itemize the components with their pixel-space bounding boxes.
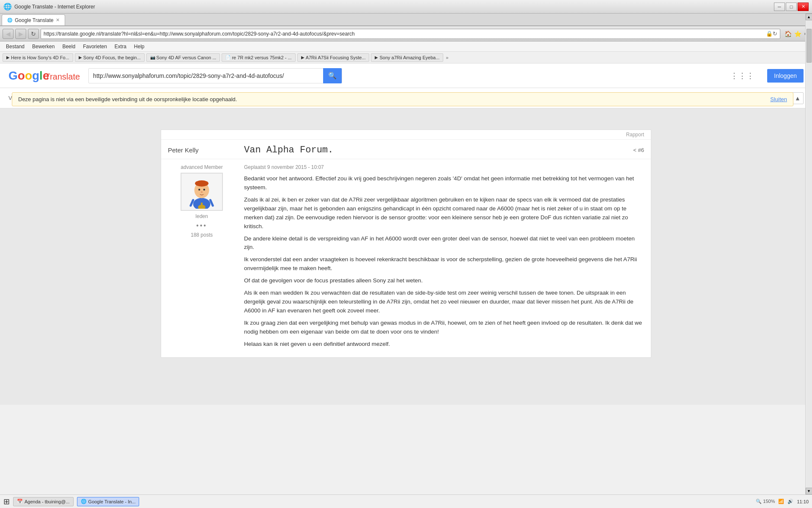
post-count: 188 posts: [191, 232, 213, 238]
bookmark-2[interactable]: 📷 Sony 4D AF versus Canon ...: [146, 53, 220, 62]
rapport-top: Rapport: [161, 130, 651, 140]
taskbar-agenda-label: Agenda - tbuining@...: [25, 499, 70, 504]
paragraph-7: Helaas kan ik niet geven u een definitie…: [244, 340, 644, 349]
taskbar-google-translate[interactable]: 🌐 Google Translate - In...: [77, 497, 140, 506]
bookmark-icon-4: ▶: [301, 55, 304, 60]
menu-help[interactable]: Help: [131, 43, 148, 50]
home-icon[interactable]: 🏠: [785, 30, 792, 37]
tab-close-button[interactable]: ✕: [56, 17, 60, 23]
menu-bestand[interactable]: Bestand: [3, 43, 28, 50]
taskbar-translate-label: Google Translate - In...: [88, 499, 136, 504]
google-logo-wrap[interactable]: Google Translate: [8, 69, 80, 83]
bookmarks-bar: ▶ Here is How Sony's 4D Fo... ▶ Sony 4D …: [0, 52, 812, 64]
rapport-label-top[interactable]: Rapport: [626, 132, 644, 138]
favorites-icon[interactable]: ⭐: [794, 30, 801, 37]
window-titlebar: 🌐 Google Translate - Internet Explorer ─…: [0, 0, 812, 14]
logo-g: G: [8, 69, 18, 82]
menu-extra[interactable]: Extra: [111, 43, 130, 50]
bookmark-icon-2: 📷: [150, 55, 155, 60]
address-bar: ◀ ▶ ↻ 🔒 ↻ 🏠 ⭐ ⚙: [0, 26, 812, 41]
post-sidebar: advanced Member: [168, 164, 236, 352]
post-container: Rapport Peter Kelly Van Alpha Forum. < #…: [161, 130, 651, 358]
volume-icon: 🔊: [787, 499, 793, 504]
status-left: ⊞ 📅 Agenda - tbuining@... 🌐 Google Trans…: [3, 497, 139, 506]
address-input[interactable]: [44, 31, 766, 37]
back-button[interactable]: ◀: [3, 29, 14, 39]
notification-bar: Deze pagina is niet via een beveiligde v…: [12, 92, 793, 106]
bookmark-label-4: A7Rii A7Sii Focusing Syste...: [306, 55, 366, 60]
paragraph-5: Als ik een man wedden Ik zou verwachten …: [244, 289, 644, 315]
notification-text: Deze pagina is niet via een beveiligde v…: [18, 96, 237, 102]
post-body: advanced Member: [161, 159, 651, 357]
start-button[interactable]: ⊞: [3, 497, 10, 506]
notification-close-button[interactable]: Sluiten: [770, 96, 787, 102]
paragraph-1: Zoals ik al zei, ik ben er zeker van dat…: [244, 196, 644, 231]
refresh-button[interactable]: ↻: [28, 29, 39, 39]
bookmark-3[interactable]: 📄 re 7R mk2 versus 75mk2 - ...: [222, 53, 295, 62]
svg-line-6: [191, 200, 193, 206]
post-meta: Geplaatst 9 november 2015 - 10:07: [244, 164, 644, 170]
post-author-name: Peter Kelly: [168, 146, 236, 154]
scroll-up-button[interactable]: ▲: [806, 14, 812, 20]
svg-line-7: [210, 200, 213, 206]
time-display: 11:10: [797, 499, 809, 504]
scroll-thumb[interactable]: [807, 29, 812, 63]
search-box-wrap: 🔍: [88, 68, 342, 83]
menu-bewerken[interactable]: Bewerken: [29, 43, 58, 50]
bookmarks-more-button[interactable]: »: [446, 55, 448, 60]
refresh-small-icon[interactable]: ↻: [773, 30, 777, 37]
bookmark-label-0: Here is How Sony's 4D Fo...: [11, 55, 69, 60]
search-button[interactable]: 🔍: [323, 68, 342, 83]
forward-button[interactable]: ▶: [15, 29, 26, 39]
post-content: Geplaatst 9 november 2015 - 10:07 Bedank…: [244, 164, 644, 352]
bookmark-5[interactable]: ▶ Sony a7Rii Amazing Eyeba...: [371, 53, 443, 62]
status-right: 🔍 150% 📶 🔊 11:10: [756, 499, 809, 504]
google-logo: Google: [8, 69, 49, 83]
notification-overlay: Deze pagina is niet via een beveiligde v…: [0, 88, 805, 110]
scrollbar: ▲ ▼: [805, 14, 812, 494]
tab-bar: 🌐 Google Translate ✕: [0, 14, 812, 26]
avatar-svg: [183, 175, 221, 209]
agenda-icon: 📅: [17, 499, 23, 504]
post-header: Peter Kelly Van Alpha Forum. < #6: [161, 140, 651, 159]
svg-rect-9: [201, 202, 203, 207]
menu-bar: Bestand Bewerken Beeld Favorieten Extra …: [0, 41, 812, 52]
post-dots: •••: [196, 222, 207, 229]
tab-title: Google Translate: [15, 17, 53, 23]
paragraph-2: De andere kleine detail is de verspreidi…: [244, 235, 644, 252]
menu-favorieten[interactable]: Favorieten: [80, 43, 110, 50]
scroll-down-button[interactable]: ▼: [806, 488, 812, 494]
bookmark-0[interactable]: ▶ Here is How Sony's 4D Fo...: [3, 53, 73, 62]
search-input[interactable]: [93, 72, 323, 79]
bookmark-icon-1: ▶: [79, 55, 82, 60]
content-area: Rapport Peter Kelly Van Alpha Forum. < #…: [0, 108, 812, 405]
menu-beeld[interactable]: Beeld: [59, 43, 79, 50]
bookmark-label-3: re 7R mk2 versus 75mk2 - ...: [232, 55, 291, 60]
taskbar-agenda[interactable]: 📅 Agenda - tbuining@...: [13, 497, 74, 506]
close-button[interactable]: ✕: [798, 3, 809, 11]
bookmark-4[interactable]: ▶ A7Rii A7Sii Focusing Syste...: [297, 53, 370, 62]
network-icon: 📶: [778, 499, 784, 504]
scroll-track: [806, 20, 812, 488]
bookmark-1[interactable]: ▶ Sony 4D Focus, the begin...: [75, 53, 145, 62]
search-icon: 🔍: [328, 72, 337, 80]
translate-label: Translate: [45, 72, 80, 82]
tab-google-translate[interactable]: 🌐 Google Translate ✕: [2, 14, 65, 25]
post-share-label[interactable]: < #6: [633, 147, 644, 153]
logo-l: l: [39, 69, 43, 82]
ie-icon: 🌐: [3, 3, 12, 11]
bookmark-icon-0: ▶: [6, 55, 10, 60]
post-avatar: [181, 173, 223, 211]
status-bar: ⊞ 📅 Agenda - tbuining@... 🌐 Google Trans…: [0, 494, 812, 508]
paragraph-4: Of dat de gevolgen voor de focus prestat…: [244, 276, 644, 285]
svg-point-2: [195, 180, 208, 187]
apps-icon[interactable]: ⋮⋮⋮: [730, 71, 754, 80]
maximize-button[interactable]: □: [786, 3, 797, 11]
signin-button[interactable]: Inloggen: [767, 69, 804, 83]
window-title: Google Translate - Internet Explorer: [14, 4, 95, 10]
logo-g2: g: [32, 69, 39, 82]
translate-tab-icon: 🌐: [81, 499, 87, 504]
svg-point-4: [203, 189, 205, 190]
bookmark-label-2: Sony 4D AF versus Canon ...: [156, 55, 217, 60]
minimize-button[interactable]: ─: [774, 3, 785, 11]
